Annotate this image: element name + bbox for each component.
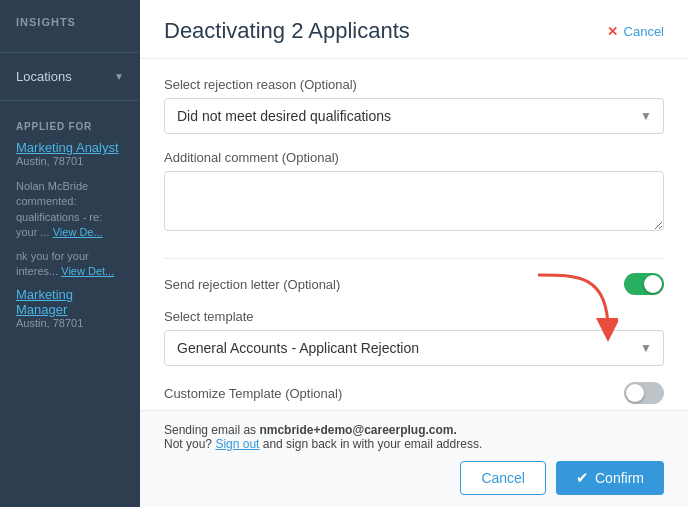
view-link-1[interactable]: View De... <box>53 226 103 238</box>
dialog-footer: Sending email as nmcbride+demo@careerplu… <box>140 410 688 507</box>
sign-out-suffix: and sign back in with your email address… <box>263 437 482 451</box>
sidebar: INSIGHTS Locations ▼ APPLIED FOR Marketi… <box>0 0 140 507</box>
sidebar-comment-2: nk you for your interes... View Det... <box>0 245 140 284</box>
dialog-header: Deactivating 2 Applicants ✕ Cancel <box>140 0 688 59</box>
footer-email-row: Sending email as nmcbride+demo@careerplu… <box>164 423 664 451</box>
locations-filter-label: Locations <box>16 69 72 84</box>
not-you-text: Not you? <box>164 437 212 451</box>
cancel-button[interactable]: Cancel <box>460 461 546 495</box>
footer-actions: Cancel ✔ Confirm <box>164 461 664 495</box>
template-label: Select template <box>164 309 664 324</box>
rejection-reason-select-wrapper: Did not meet desired qualifications ▼ <box>164 98 664 134</box>
customize-template-row: Customize Template (Optional) <box>164 382 664 404</box>
customize-template-label: Customize Template (Optional) <box>164 386 342 401</box>
rejection-reason-select[interactable]: Did not meet desired qualifications <box>164 98 664 134</box>
close-icon: ✕ <box>607 24 618 39</box>
comment-label: Additional comment (Optional) <box>164 150 664 165</box>
rejection-reason-label: Select rejection reason (Optional) <box>164 77 664 92</box>
sidebar-divider <box>0 52 140 53</box>
template-select-wrapper: General Accounts - Applicant Rejection ▼ <box>164 330 664 366</box>
applicant-name-1[interactable]: Marketing Analyst <box>0 136 140 155</box>
check-icon: ✔ <box>576 469 589 487</box>
chevron-down-icon: ▼ <box>114 71 124 82</box>
main-area: Deactivating 2 Applicants ✕ Cancel Selec… <box>140 0 688 507</box>
sending-as-text: Sending email as <box>164 423 256 437</box>
sidebar-divider-2 <box>0 100 140 101</box>
sidebar-header: INSIGHTS <box>0 16 140 44</box>
sign-out-link[interactable]: Sign out <box>215 437 259 451</box>
customize-template-toggle[interactable] <box>624 382 664 404</box>
send-letter-toggle[interactable] <box>624 273 664 295</box>
view-link-2[interactable]: View Det... <box>61 265 114 277</box>
send-letter-label: Send rejection letter (Optional) <box>164 277 340 292</box>
dialog-body: Select rejection reason (Optional) Did n… <box>140 59 688 410</box>
applicant-location-2: Austin, 78701 <box>0 317 140 337</box>
locations-filter[interactable]: Locations ▼ <box>0 61 140 92</box>
toggle-knob <box>644 275 662 293</box>
header-cancel-link[interactable]: ✕ Cancel <box>607 24 664 39</box>
send-letter-row: Send rejection letter (Optional) <box>164 273 664 295</box>
confirm-label: Confirm <box>595 470 644 486</box>
footer-email: nmcbride+demo@careerplug.com. <box>259 423 456 437</box>
header-cancel-label: Cancel <box>624 24 664 39</box>
toggle-knob-customize <box>626 384 644 402</box>
comment-textarea[interactable] <box>164 171 664 231</box>
applicant-name-2[interactable]: Marketing Manager <box>0 283 140 317</box>
sidebar-comment-1: Nolan McBride commented: qualifications … <box>0 175 140 245</box>
applicant-location-1: Austin, 78701 <box>0 155 140 175</box>
deactivate-dialog: Deactivating 2 Applicants ✕ Cancel Selec… <box>140 0 688 507</box>
confirm-button[interactable]: ✔ Confirm <box>556 461 664 495</box>
dialog-title: Deactivating 2 Applicants <box>164 18 410 44</box>
applied-for-label: APPLIED FOR <box>0 109 140 136</box>
template-select[interactable]: General Accounts - Applicant Rejection <box>164 330 664 366</box>
section-divider-1 <box>164 258 664 259</box>
